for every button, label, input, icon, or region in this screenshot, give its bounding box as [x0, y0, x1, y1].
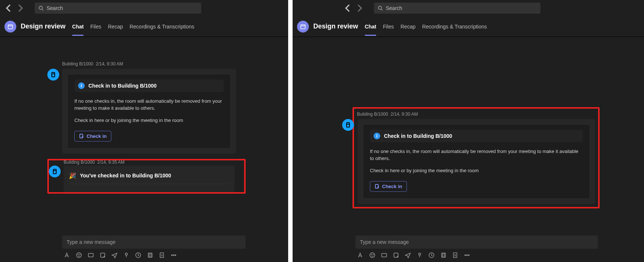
compose-input[interactable]: Type a new message — [355, 235, 598, 249]
forward-button[interactable] — [16, 3, 25, 13]
gif-icon[interactable] — [381, 252, 387, 258]
card-body-2: Check in here or by joining the meeting … — [74, 117, 224, 124]
checkin-button[interactable]: Check in — [370, 181, 407, 192]
back-button[interactable] — [4, 3, 13, 13]
attach-icon[interactable] — [146, 252, 153, 258]
room-icon — [50, 72, 56, 78]
message-meta-2: Building B/1000 2/14, 9:35 AM — [64, 160, 244, 165]
tab-recordings[interactable]: Recordings & Transcriptions — [422, 18, 487, 35]
back-button[interactable] — [343, 3, 353, 13]
sticker-icon[interactable] — [99, 252, 106, 258]
pane-left: Search Design review Chat Files Recap Re… — [0, 0, 288, 262]
svg-rect-4 — [52, 72, 55, 77]
schedule-icon[interactable] — [428, 252, 435, 258]
chat-header-left: Design review Chat Files Recap Recording… — [0, 16, 288, 37]
tab-chat[interactable]: Chat — [72, 18, 84, 35]
svg-point-9 — [76, 252, 81, 257]
svg-point-21 — [175, 255, 175, 255]
search-placeholder: Search — [47, 5, 63, 11]
tab-files[interactable]: Files — [90, 18, 101, 35]
format-icon[interactable] — [64, 252, 70, 258]
svg-point-31 — [373, 254, 373, 255]
compose-toolbar — [355, 251, 598, 259]
svg-point-14 — [125, 253, 127, 255]
card-body-1: If no one checks in, the room will autom… — [370, 148, 583, 162]
meeting-avatar — [297, 21, 309, 33]
room-icon — [345, 122, 351, 128]
compose-input[interactable]: Type a new message — [62, 235, 246, 249]
svg-point-11 — [80, 254, 80, 255]
message-timestamp: 2/14, 9:30 AM — [96, 61, 123, 67]
chat-header-right: Design review Chat Files Recap Recording… — [293, 16, 644, 37]
svg-rect-7 — [53, 169, 56, 174]
checkin-button[interactable]: Check in — [74, 131, 111, 142]
room-avatar — [47, 69, 59, 81]
message-sender: Building B/1000 — [62, 61, 93, 67]
checkin-icon — [79, 133, 84, 139]
svg-point-10 — [78, 254, 78, 255]
emoji-icon[interactable] — [75, 252, 82, 258]
success-text: You've checked in to Building B/1000 — [80, 173, 171, 178]
card-body-2: Check in here or by joining the meeting … — [370, 167, 583, 174]
checkin-icon — [375, 184, 380, 189]
room-avatar — [342, 119, 354, 131]
tab-chat[interactable]: Chat — [365, 18, 376, 35]
svg-rect-38 — [453, 252, 456, 257]
svg-point-20 — [173, 255, 174, 255]
send-file-icon[interactable] — [111, 252, 118, 258]
party-popper-icon: 🎉 — [69, 172, 76, 179]
send-file-icon[interactable] — [404, 252, 411, 258]
message-row-1: i Check in to Building B/1000 If no one … — [47, 69, 246, 154]
meeting-title: Design review — [21, 23, 65, 30]
room-avatar-2 — [49, 166, 61, 177]
tab-files[interactable]: Files — [383, 18, 394, 35]
compose-area-right: Type a new message — [355, 235, 598, 259]
svg-point-39 — [465, 255, 465, 255]
checkin-card: i Check in to Building B/1000 If no one … — [62, 69, 236, 154]
svg-rect-24 — [301, 25, 305, 29]
forward-button[interactable] — [355, 3, 364, 13]
search-input[interactable]: Search — [35, 3, 201, 14]
svg-rect-26 — [347, 123, 350, 127]
approvals-icon[interactable] — [452, 252, 458, 258]
meeting-title: Design review — [313, 23, 358, 30]
svg-line-23 — [381, 9, 383, 11]
search-icon — [378, 6, 383, 11]
schedule-icon[interactable] — [135, 252, 141, 258]
card-title: Check in to Building B/1000 — [384, 133, 452, 139]
attach-icon[interactable] — [440, 252, 446, 258]
tab-recordings[interactable]: Recordings & Transcriptions — [129, 18, 194, 35]
meeting-avatar — [4, 21, 16, 33]
highlight-right: Building B/1000 2/14, 9:30 AM i Check in… — [353, 107, 600, 208]
svg-rect-36 — [441, 253, 444, 257]
loop-icon[interactable] — [416, 252, 423, 258]
emoji-icon[interactable] — [369, 252, 375, 258]
info-icon: i — [78, 82, 85, 89]
loop-icon[interactable] — [123, 252, 129, 258]
message-row: i Check in to Building B/1000 If no one … — [357, 119, 595, 204]
svg-point-0 — [39, 6, 43, 10]
approvals-icon[interactable] — [158, 252, 165, 258]
highlight-left: Building B/1000 2/14, 9:35 AM 🎉 You've c… — [47, 159, 246, 194]
svg-point-30 — [371, 254, 371, 255]
search-input[interactable]: Search — [374, 3, 540, 14]
svg-rect-37 — [442, 253, 445, 257]
tab-recap[interactable]: Recap — [401, 18, 415, 35]
checkin-card: i Check in to Building B/1000 If no one … — [358, 119, 595, 204]
topbar-left: Search — [0, 0, 288, 16]
conversation-left: Building B/1000 2/14, 9:30 AM i Check in… — [47, 61, 246, 194]
checkin-label: Check in — [87, 133, 107, 139]
more-icon[interactable] — [463, 252, 470, 258]
pane-separator — [288, 0, 293, 262]
tab-recap[interactable]: Recap — [108, 18, 123, 35]
card-body-1: If no one checks in, the room will autom… — [74, 98, 224, 112]
more-icon[interactable] — [170, 252, 177, 258]
sticker-icon[interactable] — [392, 252, 399, 258]
gif-icon[interactable] — [87, 252, 94, 258]
tabs-right: Chat Files Recap Recordings & Transcript… — [365, 18, 487, 35]
format-icon[interactable] — [357, 252, 364, 258]
room-icon — [52, 169, 58, 174]
svg-rect-16 — [148, 253, 151, 257]
message-meta: Building B/1000 2/14, 9:30 AM — [62, 61, 246, 67]
svg-rect-2 — [8, 25, 13, 29]
